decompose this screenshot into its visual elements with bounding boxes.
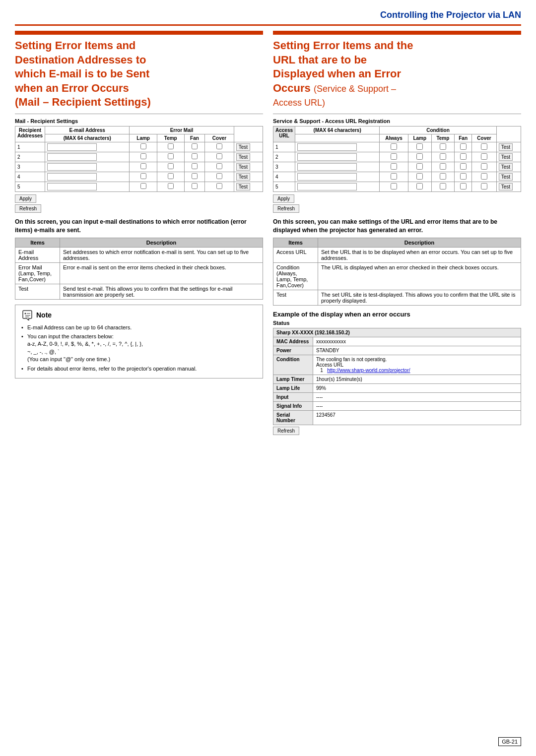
cover-check-4[interactable] (216, 173, 222, 179)
alamp-check-2[interactable] (416, 153, 423, 160)
lamp-check-2[interactable] (140, 153, 146, 159)
lamp-check-4[interactable] (140, 173, 146, 179)
arow3-num: 3 (273, 162, 295, 172)
note-item-1: E-mail Address can be up to 64 character… (21, 324, 257, 331)
acover-check-4[interactable] (481, 173, 487, 180)
always-check-4[interactable] (391, 173, 397, 180)
alamp-check-4[interactable] (416, 173, 423, 180)
arow5-url (295, 182, 380, 191)
status-input-row: Input ---- (273, 392, 521, 401)
email-input-4[interactable] (47, 173, 97, 181)
access-row-2: 2 Test (273, 152, 521, 162)
alamp-check-3[interactable] (416, 163, 423, 170)
atemp-check-4[interactable] (440, 173, 446, 180)
status-refresh-button[interactable]: Refresh (273, 427, 299, 435)
access-row-1: 1 Test (273, 142, 521, 152)
alamp-check-1[interactable] (416, 143, 423, 150)
left-desc-1: Set addresses to which error notificatio… (60, 247, 263, 262)
atemp-check-5[interactable] (440, 183, 446, 189)
fan-check-1[interactable] (192, 143, 198, 149)
fan-check-4[interactable] (192, 173, 198, 179)
right-apply-button[interactable]: Apply (273, 194, 294, 203)
always-check-1[interactable] (391, 143, 397, 150)
status-device-row: Sharp XX-XXXX (192.168.150.2) (273, 328, 521, 337)
lamp-check-1[interactable] (140, 143, 146, 149)
page-title: Controlling the Projector via LAN (380, 10, 521, 20)
mac-label: MAC Address (273, 337, 313, 346)
email-input-5[interactable] (47, 183, 97, 190)
test-btn-3[interactable]: Test (236, 163, 250, 171)
url-header: (MAX 64 characters) (295, 126, 380, 134)
temp-check-3[interactable] (168, 163, 174, 169)
always-check-2[interactable] (391, 153, 397, 160)
cover-check-5[interactable] (216, 183, 222, 189)
atest-btn-1[interactable]: Test (499, 143, 513, 151)
left-section-title: Setting Error Items and Destination Addr… (15, 39, 263, 110)
atemp-check-3[interactable] (440, 163, 446, 170)
condition-value: The cooling fan is not operating.Access … (313, 355, 521, 375)
alamp-check-5[interactable] (416, 183, 423, 189)
email-input-1[interactable] (47, 143, 97, 151)
afan-check-3[interactable] (460, 163, 467, 170)
status-signal-row: Signal Info ---- (273, 401, 521, 410)
atest-btn-3[interactable]: Test (499, 163, 513, 171)
right-refresh-button[interactable]: Refresh (273, 204, 299, 213)
left-desc-2: Error e-mail is sent on the error items … (60, 262, 263, 284)
right-desc-row-2: Condition(Always,Lamp, Temp,Fan,Cover) T… (273, 262, 521, 290)
url-input-3[interactable] (297, 163, 357, 171)
test-btn-4[interactable]: Test (236, 173, 250, 181)
temp-check-4[interactable] (168, 173, 174, 179)
status-serial-row: Serial Number 1234567 (273, 410, 521, 425)
url-input-5[interactable] (297, 183, 357, 190)
input-value: ---- (313, 392, 521, 401)
serial-value: 1234567 (313, 410, 521, 425)
left-refresh-button[interactable]: Refresh (15, 204, 41, 213)
lamp-check-5[interactable] (140, 183, 146, 189)
afan-check-4[interactable] (460, 173, 467, 180)
note-icon (21, 309, 33, 321)
cover-check-3[interactable] (216, 163, 222, 169)
acover-check-5[interactable] (481, 183, 487, 189)
atemp-check-2[interactable] (440, 153, 446, 160)
left-apply-button[interactable]: Apply (15, 194, 36, 203)
url-input-4[interactable] (297, 173, 357, 181)
test-btn-2[interactable]: Test (236, 153, 250, 161)
fan-check-5[interactable] (192, 183, 198, 189)
lamp-check-3[interactable] (140, 163, 146, 169)
right-desc-2: The URL is displayed when an error check… (318, 262, 521, 290)
temp-check-1[interactable] (168, 143, 174, 149)
email-header: E-mail Address (45, 126, 130, 134)
atest-btn-4[interactable]: Test (499, 173, 513, 181)
mail-row-2: 2 Test (15, 152, 263, 162)
acover-check-1[interactable] (481, 143, 487, 150)
cover-check-1[interactable] (216, 143, 222, 149)
email-input-2[interactable] (47, 153, 97, 161)
temp-check-2[interactable] (168, 153, 174, 159)
email-input-3[interactable] (47, 163, 97, 171)
test-btn-5[interactable]: Test (236, 183, 250, 190)
afan-check-5[interactable] (460, 183, 467, 189)
url-input-2[interactable] (297, 153, 357, 161)
left-divider (15, 114, 263, 114)
always-check-5[interactable] (391, 183, 397, 189)
test-btn-1[interactable]: Test (236, 143, 250, 151)
url-input-1[interactable] (297, 143, 357, 151)
right-desc-3: The set URL site is test-displayed. This… (318, 290, 521, 305)
temp-check-5[interactable] (168, 183, 174, 189)
right-desc-table: Items Description Access URL Set the URL… (273, 238, 521, 306)
atest-btn-2[interactable]: Test (499, 153, 513, 161)
afan-check-2[interactable] (460, 153, 467, 160)
afan-check-1[interactable] (460, 143, 467, 150)
row1-email (45, 142, 130, 152)
atemp-check-1[interactable] (440, 143, 446, 150)
always-check-3[interactable] (391, 163, 397, 170)
left-desc-row-3: Test Send test e-mail. This allows you t… (15, 284, 263, 299)
left-desc-row-2: Error Mail(Lamp, Temp,Fan,Cover) Error e… (15, 262, 263, 284)
fan-check-2[interactable] (192, 153, 198, 159)
fan-check-3[interactable] (192, 163, 198, 169)
acover-check-2[interactable] (481, 153, 487, 160)
left-bold-description: On this screen, you can input e-mail des… (15, 218, 263, 235)
atest-btn-5[interactable]: Test (499, 183, 513, 190)
acover-check-3[interactable] (481, 163, 487, 170)
cover-check-2[interactable] (216, 153, 222, 159)
